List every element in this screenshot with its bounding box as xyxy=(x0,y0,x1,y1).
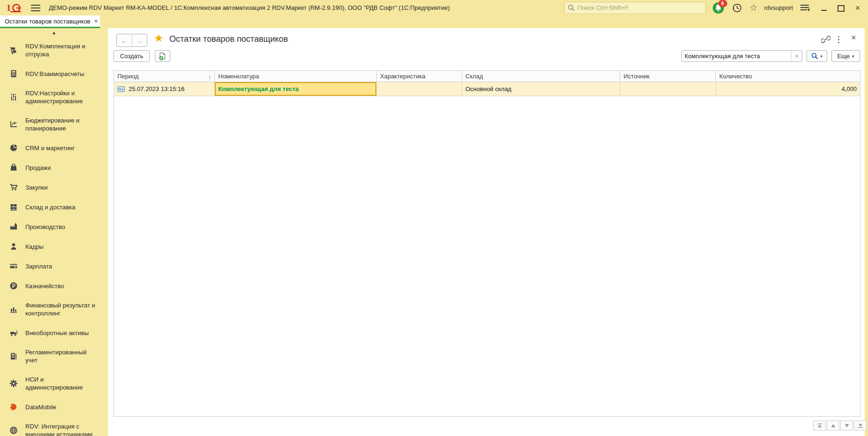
cell-source[interactable] xyxy=(620,82,716,96)
stock-table: Период ↓ Номенклатура Характеристика Скл… xyxy=(114,70,860,417)
search-icon xyxy=(568,4,575,11)
service-menu-icon[interactable]: ▼ xyxy=(800,4,811,12)
page-title: Остатки товаров поставщиков xyxy=(169,34,288,44)
tab-supplier-stock[interactable]: Остатки товаров поставщиков × xyxy=(0,15,100,28)
sidebar-item-budget[interactable]: ₽ Бюджетирование и планирование xyxy=(0,111,108,138)
sidebar-item-crm[interactable]: CRM и маркетинг xyxy=(0,138,108,158)
gear-icon xyxy=(9,379,18,388)
page-up-button[interactable] xyxy=(827,421,839,430)
sidebar-item-kadry[interactable]: Кадры xyxy=(0,237,108,256)
sliders-icon xyxy=(9,93,18,101)
datamobile-icon: m xyxy=(9,403,18,411)
forklift-icon xyxy=(9,329,18,337)
sections-panel: ▲ RDV:Комплектация и отгрузка RDV:Взаимо… xyxy=(0,28,108,436)
window-title: ДЕМО-режим RDV Маркет RM-KA-MODEL / 1С:К… xyxy=(49,4,450,11)
table-search-field[interactable]: × xyxy=(681,50,802,62)
cell-nomenclature-selected[interactable]: Комплектующая для теста xyxy=(215,82,377,96)
svg-text:1: 1 xyxy=(7,3,11,13)
column-header-characteristic[interactable]: Характеристика xyxy=(377,71,462,82)
minimize-button[interactable] xyxy=(820,4,828,12)
current-user[interactable]: rdvsupport xyxy=(764,4,793,11)
sidebar-item-datamobile[interactable]: m DataMobile xyxy=(0,397,108,417)
sidebar-item-proizvodstvo[interactable]: Производство xyxy=(0,217,108,237)
get-link-icon[interactable] xyxy=(821,36,830,43)
global-search[interactable] xyxy=(564,2,706,14)
sidebar-item-rdv-integraciya[interactable]: RDV: Интеграция с внешними источниками xyxy=(0,417,108,436)
globe-icon xyxy=(9,426,18,435)
sidebar-item-rdv-komplektaciya[interactable]: RDV:Комплектация и отгрузка xyxy=(0,37,108,64)
column-header-source[interactable]: Источник xyxy=(620,71,716,82)
sidebar-item-kaznacheystvo[interactable]: Казначейство xyxy=(0,276,108,296)
cell-quantity[interactable]: 4,000 xyxy=(716,82,860,96)
column-header-warehouse[interactable]: Склад xyxy=(462,71,620,82)
notification-count-badge: 6 xyxy=(718,0,727,7)
more-button[interactable]: Еще ▾ xyxy=(831,50,860,62)
sidebar-item-sklad[interactable]: Склад и доставка xyxy=(0,197,108,217)
go-first-button[interactable] xyxy=(813,421,826,430)
sidebar-item-finrezultat[interactable]: Финансовый результат и контроллинг xyxy=(0,296,108,323)
favorites-star-icon[interactable]: ☆ xyxy=(750,2,758,13)
favorite-star-icon[interactable]: ★ xyxy=(154,32,164,45)
magnifier-icon xyxy=(811,53,818,60)
cell-warehouse[interactable]: Основной склад xyxy=(462,82,620,96)
cart-icon xyxy=(9,183,18,191)
register-record-icon xyxy=(117,86,125,92)
sidebar-item-rdv-nastroyki[interactable]: RDV:Настройки и администрирование xyxy=(0,84,108,111)
tab-bar: Остатки товаров поставщиков × xyxy=(0,15,868,28)
new-document-button[interactable] xyxy=(155,50,170,62)
back-button[interactable]: ← xyxy=(117,34,132,46)
history-nav: ← → xyxy=(116,34,147,47)
bank-card-icon xyxy=(9,262,18,270)
tab-close-icon[interactable]: × xyxy=(94,17,98,25)
history-icon[interactable] xyxy=(732,3,742,13)
application-window: 1 ДЕМО-режим RDV Маркет RM-KA-MODEL / 1С… xyxy=(0,0,868,436)
trolley-icon xyxy=(9,46,18,54)
create-button[interactable]: Создать xyxy=(114,50,150,62)
global-search-input[interactable] xyxy=(577,4,705,12)
find-dropdown-icon: ▾ xyxy=(820,54,822,59)
maximize-button[interactable] xyxy=(837,4,845,12)
cell-characteristic[interactable] xyxy=(377,82,462,96)
table-empty-area xyxy=(114,96,860,417)
go-last-button[interactable] xyxy=(854,421,867,430)
sidebar-item-zakupki[interactable]: Закупки xyxy=(0,177,108,197)
svg-text:₽: ₽ xyxy=(15,121,16,124)
back-arrow-icon: ← xyxy=(121,37,128,45)
planning-chart-icon: ₽ xyxy=(9,120,18,129)
shopping-bag-icon xyxy=(9,163,18,172)
sidebar-item-reglament-uchet[interactable]: Регламентированный учет xyxy=(0,343,108,370)
table-pager xyxy=(813,421,867,430)
column-header-period[interactable]: Период ↓ xyxy=(114,71,215,82)
sidebar-collapse-icon[interactable]: ▲ xyxy=(0,28,108,37)
person-icon xyxy=(9,242,18,251)
column-header-quantity[interactable]: Количество xyxy=(716,71,860,82)
more-actions-kebab-icon[interactable] xyxy=(838,36,840,45)
sidebar-item-nsi[interactable]: НСИ и администрирование xyxy=(0,370,108,397)
find-button[interactable]: ▾ xyxy=(807,50,827,62)
sidebar-item-prodazhi[interactable]: Продажи xyxy=(0,158,108,177)
notifications-bell-icon[interactable]: 6 xyxy=(712,2,724,14)
ruble-circle-icon xyxy=(9,282,18,290)
main-menu-icon[interactable] xyxy=(31,5,40,11)
sidebar-item-rdv-vzaimoraschety[interactable]: RDV:Взаиморасчеты xyxy=(0,64,108,84)
forward-button[interactable]: → xyxy=(132,34,147,46)
sidebar-item-zarplata[interactable]: Зарплата xyxy=(0,256,108,276)
1c-logo: 1 xyxy=(7,3,23,13)
tab-label: Остатки товаров поставщиков xyxy=(5,18,91,25)
pallet-icon xyxy=(9,203,18,211)
calculator-icon xyxy=(9,69,18,78)
cell-period[interactable]: 25.07.2023 13:15:16 xyxy=(114,82,215,96)
sidebar-item-vneoborotnye[interactable]: Внеоборотные активы xyxy=(0,323,108,343)
table-row[interactable]: 25.07.2023 13:15:16 Комплектующая для те… xyxy=(114,82,860,96)
table-header-row: Период ↓ Номенклатура Характеристика Скл… xyxy=(114,70,860,82)
clear-search-icon[interactable]: × xyxy=(791,51,802,61)
forward-arrow-icon: → xyxy=(136,37,143,45)
bar-chart-icon xyxy=(9,305,18,314)
svg-text:m: m xyxy=(10,406,13,409)
column-header-nomenclature[interactable]: Номенклатура xyxy=(215,71,377,82)
table-search-input[interactable] xyxy=(682,52,791,60)
page-down-button[interactable] xyxy=(840,421,853,430)
close-window-button[interactable]: × xyxy=(854,4,861,12)
main-content: ← → ★ Остатки товаров поставщиков × Созд… xyxy=(108,28,865,436)
close-form-icon[interactable]: × xyxy=(851,33,856,43)
